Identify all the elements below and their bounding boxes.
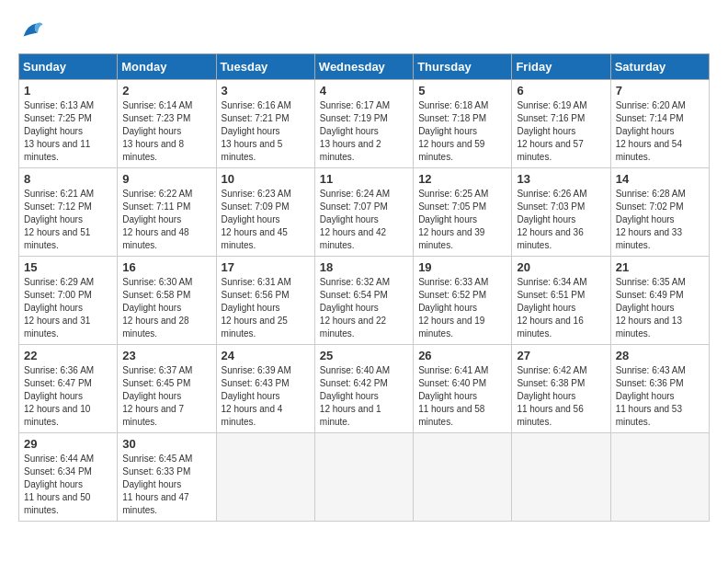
day-number: 15	[24, 260, 112, 274]
calendar-table: SundayMondayTuesdayWednesdayThursdayFrid…	[18, 53, 710, 522]
calendar-cell: 19 Sunrise: 6:33 AM Sunset: 6:52 PM Dayl…	[414, 257, 512, 345]
day-number: 7	[616, 84, 704, 98]
day-number: 24	[222, 349, 310, 362]
day-number: 26	[418, 349, 506, 362]
calendar-cell	[216, 433, 314, 522]
day-number: 30	[122, 437, 210, 451]
day-info: Sunrise: 6:22 AM Sunset: 7:11 PM Dayligh…	[122, 188, 210, 252]
day-number: 13	[517, 172, 605, 186]
calendar-cell: 21 Sunrise: 6:35 AM Sunset: 6:49 PM Dayl…	[610, 257, 709, 345]
calendar-cell: 7 Sunrise: 6:20 AM Sunset: 7:14 PM Dayli…	[610, 80, 709, 168]
day-info: Sunrise: 6:20 AM Sunset: 7:14 PM Dayligh…	[616, 99, 704, 164]
calendar-cell: 17 Sunrise: 6:31 AM Sunset: 6:56 PM Dayl…	[216, 257, 314, 345]
day-number: 12	[418, 172, 506, 186]
day-info: Sunrise: 6:30 AM Sunset: 6:58 PM Dayligh…	[122, 276, 210, 340]
day-number: 8	[24, 172, 112, 186]
day-number: 11	[320, 172, 408, 186]
day-info: Sunrise: 6:34 AM Sunset: 6:51 PM Dayligh…	[517, 276, 605, 340]
day-info: Sunrise: 6:42 AM Sunset: 6:38 PM Dayligh…	[517, 364, 605, 429]
day-info: Sunrise: 6:43 AM Sunset: 6:36 PM Dayligh…	[616, 364, 704, 429]
calendar-cell: 5 Sunrise: 6:18 AM Sunset: 7:18 PM Dayli…	[414, 80, 512, 168]
calendar-cell: 12 Sunrise: 6:25 AM Sunset: 7:05 PM Dayl…	[414, 168, 512, 257]
calendar-week-1: 1 Sunrise: 6:13 AM Sunset: 7:25 PM Dayli…	[19, 80, 710, 168]
calendar-cell: 16 Sunrise: 6:30 AM Sunset: 6:58 PM Dayl…	[118, 257, 216, 345]
day-info: Sunrise: 6:25 AM Sunset: 7:05 PM Dayligh…	[418, 188, 506, 252]
calendar-cell: 18 Sunrise: 6:32 AM Sunset: 6:54 PM Dayl…	[314, 257, 413, 345]
day-info: Sunrise: 6:24 AM Sunset: 7:07 PM Dayligh…	[320, 188, 408, 252]
day-info: Sunrise: 6:36 AM Sunset: 6:47 PM Dayligh…	[24, 364, 112, 429]
header-thursday: Thursday	[414, 54, 512, 80]
logo	[18, 18, 48, 44]
day-info: Sunrise: 6:19 AM Sunset: 7:16 PM Dayligh…	[517, 99, 605, 164]
day-info: Sunrise: 6:37 AM Sunset: 6:45 PM Dayligh…	[122, 364, 210, 429]
day-number: 17	[222, 260, 310, 274]
day-info: Sunrise: 6:31 AM Sunset: 6:56 PM Dayligh…	[222, 276, 310, 340]
calendar-cell: 27 Sunrise: 6:42 AM Sunset: 6:38 PM Dayl…	[512, 345, 610, 433]
day-info: Sunrise: 6:26 AM Sunset: 7:03 PM Dayligh…	[517, 188, 605, 252]
calendar-cell: 23 Sunrise: 6:37 AM Sunset: 6:45 PM Dayl…	[118, 345, 216, 433]
day-info: Sunrise: 6:41 AM Sunset: 6:40 PM Dayligh…	[418, 364, 506, 429]
day-info: Sunrise: 6:35 AM Sunset: 6:49 PM Dayligh…	[616, 276, 704, 340]
calendar-cell	[414, 433, 512, 522]
calendar-cell	[512, 433, 610, 522]
day-number: 9	[122, 172, 210, 186]
day-number: 2	[122, 84, 210, 98]
logo-bird-icon	[18, 18, 44, 44]
calendar-cell: 4 Sunrise: 6:17 AM Sunset: 7:19 PM Dayli…	[314, 80, 413, 168]
day-info: Sunrise: 6:40 AM Sunset: 6:42 PM Dayligh…	[320, 364, 408, 429]
calendar-cell: 25 Sunrise: 6:40 AM Sunset: 6:42 PM Dayl…	[314, 345, 413, 433]
calendar-cell: 10 Sunrise: 6:23 AM Sunset: 7:09 PM Dayl…	[216, 168, 314, 257]
calendar-cell: 24 Sunrise: 6:39 AM Sunset: 6:43 PM Dayl…	[216, 345, 314, 433]
calendar-cell: 15 Sunrise: 6:29 AM Sunset: 7:00 PM Dayl…	[19, 257, 118, 345]
day-number: 3	[222, 84, 310, 98]
day-info: Sunrise: 6:29 AM Sunset: 7:00 PM Dayligh…	[24, 276, 112, 340]
day-info: Sunrise: 6:13 AM Sunset: 7:25 PM Dayligh…	[24, 99, 112, 164]
day-number: 14	[616, 172, 704, 186]
day-info: Sunrise: 6:23 AM Sunset: 7:09 PM Dayligh…	[222, 188, 310, 252]
calendar-cell: 20 Sunrise: 6:34 AM Sunset: 6:51 PM Dayl…	[512, 257, 610, 345]
day-number: 18	[320, 260, 408, 274]
calendar-week-2: 8 Sunrise: 6:21 AM Sunset: 7:12 PM Dayli…	[19, 168, 710, 257]
calendar-cell: 2 Sunrise: 6:14 AM Sunset: 7:23 PM Dayli…	[118, 80, 216, 168]
day-info: Sunrise: 6:32 AM Sunset: 6:54 PM Dayligh…	[320, 276, 408, 340]
calendar-cell: 26 Sunrise: 6:41 AM Sunset: 6:40 PM Dayl…	[414, 345, 512, 433]
calendar-week-5: 29 Sunrise: 6:44 AM Sunset: 6:34 PM Dayl…	[19, 433, 710, 522]
calendar-cell: 6 Sunrise: 6:19 AM Sunset: 7:16 PM Dayli…	[512, 80, 610, 168]
day-number: 1	[24, 84, 112, 98]
day-number: 28	[616, 349, 704, 362]
day-number: 21	[616, 260, 704, 274]
day-number: 22	[24, 349, 112, 362]
header-tuesday: Tuesday	[216, 54, 314, 80]
day-number: 6	[517, 84, 605, 98]
calendar-cell: 8 Sunrise: 6:21 AM Sunset: 7:12 PM Dayli…	[19, 168, 118, 257]
day-number: 23	[122, 349, 210, 362]
day-info: Sunrise: 6:45 AM Sunset: 6:33 PM Dayligh…	[122, 453, 210, 517]
calendar-cell: 14 Sunrise: 6:28 AM Sunset: 7:02 PM Dayl…	[610, 168, 709, 257]
day-number: 16	[122, 260, 210, 274]
day-info: Sunrise: 6:14 AM Sunset: 7:23 PM Dayligh…	[122, 99, 210, 164]
day-number: 10	[222, 172, 310, 186]
header-sunday: Sunday	[19, 54, 118, 80]
day-info: Sunrise: 6:33 AM Sunset: 6:52 PM Dayligh…	[418, 276, 506, 340]
day-info: Sunrise: 6:18 AM Sunset: 7:18 PM Dayligh…	[418, 99, 506, 164]
day-number: 27	[517, 349, 605, 362]
header-saturday: Saturday	[610, 54, 709, 80]
calendar-week-4: 22 Sunrise: 6:36 AM Sunset: 6:47 PM Dayl…	[19, 345, 710, 433]
calendar-cell: 9 Sunrise: 6:22 AM Sunset: 7:11 PM Dayli…	[118, 168, 216, 257]
day-info: Sunrise: 6:21 AM Sunset: 7:12 PM Dayligh…	[24, 188, 112, 252]
day-number: 25	[320, 349, 408, 362]
calendar-cell: 13 Sunrise: 6:26 AM Sunset: 7:03 PM Dayl…	[512, 168, 610, 257]
day-info: Sunrise: 6:44 AM Sunset: 6:34 PM Dayligh…	[24, 453, 112, 517]
calendar-cell: 11 Sunrise: 6:24 AM Sunset: 7:07 PM Dayl…	[314, 168, 413, 257]
calendar-cell: 28 Sunrise: 6:43 AM Sunset: 6:36 PM Dayl…	[610, 345, 709, 433]
header-wednesday: Wednesday	[314, 54, 413, 80]
calendar-cell: 1 Sunrise: 6:13 AM Sunset: 7:25 PM Dayli…	[19, 80, 118, 168]
calendar-week-3: 15 Sunrise: 6:29 AM Sunset: 7:00 PM Dayl…	[19, 257, 710, 345]
header-friday: Friday	[512, 54, 610, 80]
day-info: Sunrise: 6:17 AM Sunset: 7:19 PM Dayligh…	[320, 99, 408, 164]
day-info: Sunrise: 6:39 AM Sunset: 6:43 PM Dayligh…	[222, 364, 310, 429]
day-number: 20	[517, 260, 605, 274]
day-info: Sunrise: 6:16 AM Sunset: 7:21 PM Dayligh…	[222, 99, 310, 164]
calendar-cell: 3 Sunrise: 6:16 AM Sunset: 7:21 PM Dayli…	[216, 80, 314, 168]
calendar-cell	[610, 433, 709, 522]
